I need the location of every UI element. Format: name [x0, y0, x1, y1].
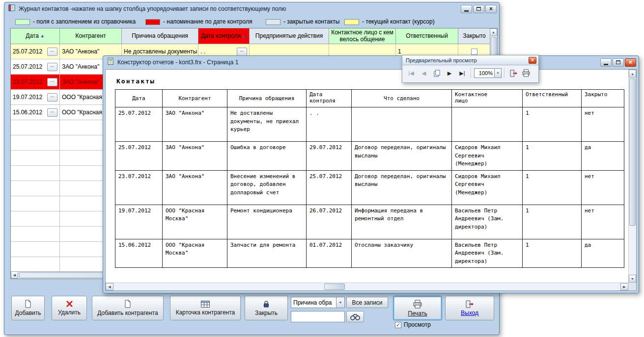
close-icon: ×	[531, 58, 534, 63]
report-page: Контакты Дата Контрагент Причина обращен…	[105, 69, 637, 291]
preview-toolbar-buttons: |◀ ◀ ▶ ▶| 100% ▼	[402, 65, 538, 81]
legend: - поля с заполнением из справочника - на…	[8, 18, 495, 26]
maximize-button[interactable]	[613, 58, 624, 67]
scroll-left-button[interactable]: ◀	[106, 283, 113, 290]
report-col-date: Дата	[115, 90, 163, 107]
chevron-down-icon[interactable]: ▼	[336, 297, 344, 308]
exit-button[interactable]: Выход	[445, 296, 494, 320]
report-title: Контакты	[116, 78, 155, 85]
scroll-right-button[interactable]: ▶	[620, 283, 628, 290]
exit-door-icon	[509, 70, 518, 77]
column-header-date[interactable]: Дата ▲	[11, 28, 60, 44]
report-horizontal-scrollbar[interactable]: ◀ ▶	[106, 283, 628, 290]
counterparty-card-button[interactable]: Карточка контрагента	[170, 296, 241, 320]
journal-app-icon	[8, 4, 16, 14]
last-page-icon: ▶|	[459, 70, 465, 77]
date-picker-button[interactable]: ...	[47, 78, 57, 86]
all-records-button[interactable]: Все записи	[346, 297, 388, 308]
report-window: Конструктор отчетов - kont3.frx - Страни…	[103, 55, 639, 293]
delete-x-icon	[66, 300, 73, 308]
journal-window-title: Журнал контактов -нажатие на шапку столб…	[19, 5, 459, 12]
lock-icon	[262, 300, 270, 308]
column-header-contact[interactable]: Контактное лицо с кем велось общение	[329, 28, 396, 44]
scroll-down-button[interactable]: ▼	[629, 275, 636, 283]
date-picker-button[interactable]: ...	[237, 48, 247, 56]
close-button[interactable]: ×	[485, 5, 497, 13]
zoom-value: 100%	[475, 70, 494, 76]
date-picker-button[interactable]: ...	[47, 48, 57, 56]
maximize-icon	[616, 60, 620, 64]
report-titlebar: Конструктор отчетов - kont3.frx - Страни…	[103, 56, 639, 69]
close-icon: ×	[629, 59, 632, 65]
scroll-up-button[interactable]: ▲	[629, 70, 636, 78]
date-picker-button[interactable]: ...	[47, 63, 57, 71]
report-app-icon	[107, 57, 114, 67]
report-col-control-date: Дата контроля	[307, 90, 352, 107]
date-cell[interactable]: 23.07.2012 ...	[11, 75, 60, 90]
close-contact-button[interactable]: Закрыть	[245, 296, 288, 320]
column-header-control-date[interactable]: Дата контроля ▲	[198, 28, 250, 44]
checkbox-check-icon[interactable]: ✓	[395, 322, 401, 328]
printer-icon	[413, 300, 422, 309]
pages-icon	[433, 70, 441, 77]
search-input[interactable]	[291, 311, 345, 322]
column-header-reason[interactable]: Причина обращения	[122, 28, 198, 44]
legend-label-dictionary: - поля с заполнением из справочника	[33, 18, 136, 25]
column-header-responsible[interactable]: Ответственный	[396, 28, 458, 44]
close-button[interactable]: ×	[529, 57, 536, 64]
minimize-button[interactable]	[461, 5, 472, 13]
print-button[interactable]: Печать	[393, 296, 442, 320]
preview-checkbox[interactable]: ✓ Просмотр	[395, 321, 431, 328]
journal-titlebar: Журнал контактов -нажатие на шапку столб…	[4, 2, 499, 15]
zoom-combo[interactable]: 100% ▼	[474, 68, 502, 78]
sort-asc-icon: ▲	[40, 34, 45, 39]
legend-swatch-current	[344, 19, 359, 25]
column-header-closed[interactable]: Закрыто	[458, 28, 491, 44]
preview-toolbar-titlebar: Предварительный просмотр ×	[402, 55, 538, 65]
print-button[interactable]	[520, 67, 532, 79]
report-row: 23.07.2012 ЗАО "Анкона" Внесение изменен…	[115, 170, 624, 205]
date-cell[interactable]: 25.07.2012 ...	[11, 44, 60, 59]
card-table-icon	[201, 301, 210, 308]
delete-button[interactable]: Удалить	[52, 296, 87, 320]
report-col-done: Что сделано	[352, 90, 452, 107]
date-picker-button[interactable]: ...	[47, 108, 57, 117]
last-page-button[interactable]: ▶|	[456, 67, 468, 79]
prev-page-button[interactable]: ◀	[418, 67, 430, 79]
maximize-icon	[476, 7, 481, 11]
filter-field-combo[interactable]: Причина обра ▼	[291, 297, 345, 308]
legend-swatch-reminder	[145, 19, 160, 25]
document-icon	[24, 300, 32, 308]
minimize-button[interactable]	[600, 58, 612, 67]
closed-checkbox[interactable]	[471, 49, 477, 55]
add-counterparty-button[interactable]: Добавить контрагента	[92, 296, 164, 320]
legend-label-closed: - закрытые контакты	[283, 18, 339, 25]
preview-toolbar-title: Предварительный просмотр	[406, 57, 477, 63]
first-page-button[interactable]: |◀	[405, 67, 417, 79]
scroll-left-button[interactable]: ◀	[11, 271, 18, 279]
legend-swatch-closed	[266, 19, 280, 25]
find-button[interactable]	[346, 311, 364, 322]
column-header-actions[interactable]: Предпринятые действия	[250, 28, 329, 44]
add-button[interactable]: Добавить	[11, 296, 45, 320]
close-button[interactable]: ×	[625, 58, 636, 67]
close-preview-button[interactable]	[507, 67, 519, 79]
scroll-up-button[interactable]: ▲	[490, 28, 497, 36]
report-vertical-scrollbar[interactable]: ▲ ▼	[628, 70, 636, 283]
chevron-down-icon[interactable]: ▼	[494, 69, 501, 78]
date-cell[interactable]: 25.07.2012 ...	[11, 59, 60, 75]
date-cell[interactable]: 15.06.2012 ...	[11, 105, 60, 120]
legend-swatch-dictionary	[15, 19, 30, 25]
scroll-thumb[interactable]	[629, 78, 636, 226]
next-page-button[interactable]: ▶	[444, 67, 455, 79]
date-picker-button[interactable]: ...	[47, 93, 57, 102]
scroll-thumb[interactable]	[324, 284, 345, 290]
column-header-counterparty[interactable]: Контрагент	[60, 28, 122, 44]
report-row: 25.07.2012 ЗАО "Анкона" Не доставлены до…	[115, 107, 624, 142]
report-col-closed: Закрыто	[582, 90, 624, 107]
prev-page-icon: ◀	[422, 70, 426, 77]
maximize-button[interactable]	[473, 5, 484, 13]
minimize-icon	[604, 64, 608, 65]
pages-button[interactable]	[431, 67, 443, 79]
date-cell[interactable]: 19.07.2012 ...	[11, 90, 60, 105]
